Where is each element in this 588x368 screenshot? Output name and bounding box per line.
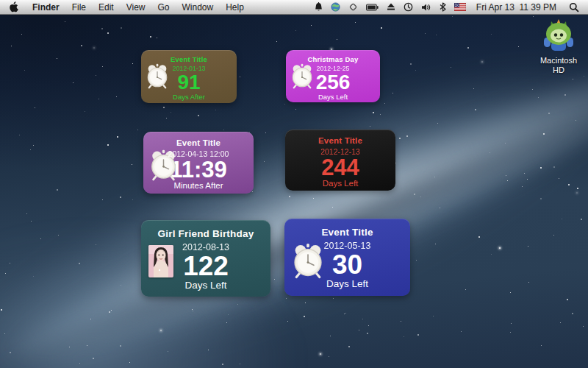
- menu-item-finder[interactable]: Finder: [32, 2, 60, 13]
- event-photo: [148, 245, 173, 277]
- widget-title: Event Title: [321, 227, 373, 238]
- widget-unit-label: Days Left: [318, 93, 348, 101]
- notification-bell-icon[interactable]: [315, 2, 323, 12]
- widget-unit-label: Days Left: [323, 179, 359, 188]
- widget-unit-label: Days After: [173, 93, 205, 101]
- countdown-widget-6[interactable]: Event Title2012-05-1330Days Left: [284, 219, 410, 296]
- widget-countdown-value: 256: [316, 72, 351, 93]
- alarm-clock-icon: [146, 63, 168, 90]
- bluetooth-icon[interactable]: [440, 2, 446, 12]
- widget-date: 2012-04-13 12:00: [168, 149, 229, 158]
- desktop-icon-macintosh-hd[interactable]: Macintosh HD: [531, 19, 587, 75]
- widget-title: Event Title: [318, 136, 362, 145]
- widget-unit-label: Days Left: [326, 278, 368, 289]
- volume-icon[interactable]: [421, 3, 431, 12]
- eject-icon[interactable]: [387, 3, 395, 11]
- widget-countdown-value: 30: [332, 251, 362, 278]
- widget-date: 2012-08-13: [182, 242, 229, 252]
- menu-bar: FinderFileEditViewGoWindowHelp Fri Apr 1…: [0, 0, 588, 15]
- widget-date: 2012-01-13: [173, 65, 206, 72]
- countdown-widget-4[interactable]: Event Title2012-12-13244Days Left: [285, 130, 395, 191]
- us-flag-icon[interactable]: [454, 3, 466, 11]
- widget-date: 2012-12-13: [320, 147, 360, 156]
- menu-bar-clock[interactable]: Fri Apr 13 11 39 PM: [476, 2, 556, 13]
- widget-unit-label: Days Left: [184, 280, 226, 291]
- countdown-widget-3[interactable]: Event Title2012-04-13 12:0011:39Minutes …: [143, 132, 254, 194]
- menu-item-help[interactable]: Help: [226, 2, 244, 13]
- widget-date: 2012-12-25: [317, 65, 350, 72]
- macintosh-hd-icon: [542, 19, 576, 53]
- battery-icon[interactable]: [366, 4, 379, 11]
- widget-title: Event Title: [171, 55, 207, 63]
- alarm-clock-icon: [293, 242, 323, 280]
- widget-date: 2012-05-13: [324, 241, 371, 251]
- menu-item-window[interactable]: Window: [182, 2, 214, 13]
- widget-title: Christmas Day: [307, 55, 358, 63]
- widget-countdown-value: 244: [321, 156, 359, 179]
- widget-countdown-value: 91: [177, 72, 200, 93]
- globe-icon[interactable]: [331, 2, 340, 12]
- alarm-clock-icon: [291, 63, 313, 90]
- menu-item-go[interactable]: Go: [158, 2, 170, 13]
- widget-title: Girl Friend Birthday: [158, 228, 254, 239]
- spotlight-icon[interactable]: [569, 2, 579, 13]
- diamond-outline-icon[interactable]: [348, 2, 358, 12]
- menu-item-edit[interactable]: Edit: [98, 2, 114, 13]
- countdown-widget-1[interactable]: Event Title2012-01-1391Days After: [141, 50, 237, 103]
- menu-item-file[interactable]: File: [72, 2, 86, 13]
- countdown-widget-2[interactable]: Christmas Day2012-12-25256Days Left: [286, 50, 380, 102]
- widget-title: Event Title: [176, 138, 220, 147]
- time-machine-icon[interactable]: [404, 2, 413, 12]
- countdown-widget-5[interactable]: Girl Friend Birthday2012-08-13122Days Le…: [141, 220, 270, 297]
- widget-countdown-value: 11:39: [170, 158, 227, 181]
- apple-menu-icon[interactable]: [9, 1, 18, 13]
- menu-item-view[interactable]: View: [126, 2, 146, 13]
- desktop[interactable]: Macintosh HD Event Title2012-01-1391Days…: [0, 0, 588, 368]
- widget-countdown-value: 122: [183, 252, 229, 280]
- widget-unit-label: Minutes After: [173, 181, 223, 190]
- drive-label: Macintosh HD: [531, 56, 587, 75]
